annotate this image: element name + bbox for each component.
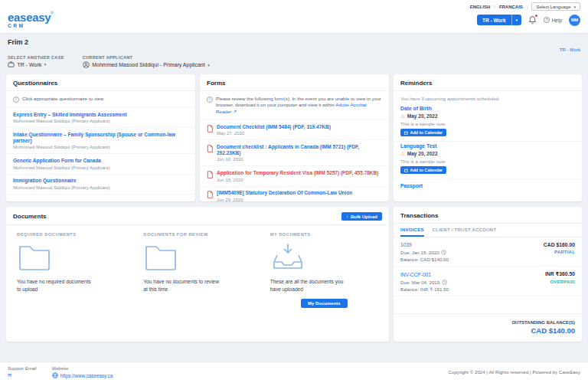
- reminder-title-link[interactable]: Language Test: [400, 143, 436, 149]
- invoice-row: 1039 CAD $160.00 Due: Jan 15, 2020 PARTI…: [394, 237, 582, 267]
- questionnaire-title: Intake Questionnaire – Family Sponsorshi…: [13, 132, 188, 144]
- reminder-title-link[interactable]: Passport: [400, 183, 423, 188]
- reminder-item: Language Test ⚠ May 20, 2022 This is a s…: [394, 142, 582, 179]
- logo[interactable]: easeasy® CRM: [8, 11, 54, 29]
- form-item[interactable]: Document checklist : Applicants in Canad…: [200, 140, 389, 166]
- page-footer: Support Email ✉ Website https://www.case…: [0, 362, 588, 383]
- case-select-label: SELECT ANOTHER CASE: [8, 55, 64, 60]
- language-english-link[interactable]: ENGLISH: [470, 5, 491, 9]
- select-language-dropdown[interactable]: Select Language ▾: [531, 2, 580, 11]
- case-quick-switch-button[interactable]: TR - Work ▾: [477, 15, 521, 25]
- website-block: Website https://www.caseeasy.ca: [52, 366, 113, 379]
- email-icon: ✉: [8, 372, 11, 378]
- chevron-down-icon: ▾: [44, 62, 47, 67]
- website-link[interactable]: https://www.caseeasy.ca: [52, 372, 113, 378]
- form-title: Document checklist : Applicants in Canad…: [217, 144, 382, 156]
- avatar[interactable]: MM: [569, 15, 580, 26]
- invoice-due-row: Due: Mar 04, 2019: [400, 280, 447, 285]
- calendar-icon: [404, 131, 408, 135]
- header-actions: TR - Work ▾ ? Help MM: [477, 15, 580, 26]
- add-to-calendar-button[interactable]: Add to Calendar: [400, 166, 446, 174]
- folder-icon: [143, 242, 251, 272]
- add-to-calendar-button[interactable]: Add to Calendar: [400, 129, 446, 136]
- invoice-number-link[interactable]: 1039: [400, 242, 412, 247]
- applicant-select: CURRENT APPLICANT Mohmmed Masood Siddiqu…: [83, 55, 210, 69]
- app-header: ENGLISH | FRANÇAIS | Select Language ▾ e…: [0, 0, 588, 33]
- tab-invoices[interactable]: INVOICES: [400, 224, 424, 237]
- my-documents-button[interactable]: My Documents: [301, 299, 348, 308]
- reminder-title-link[interactable]: Date of Birth: [400, 106, 432, 111]
- inbox-tray-icon: [270, 242, 378, 272]
- outstanding-balance-section: OUTSTANDING BALANCE(S) CAD $140.00: [394, 313, 582, 342]
- applicant-select-label: CURRENT APPLICANT: [83, 55, 210, 60]
- reminder-note: This is a sample note: [400, 159, 575, 164]
- questionnaires-info-text: Click appropriate questionnaire to view: [22, 96, 103, 103]
- logo-crm-label: CRM: [8, 24, 54, 29]
- clock-icon: [441, 250, 446, 255]
- applicant-select-dropdown[interactable]: Mohmmed Masood Siddiqui - Primary Applic…: [83, 61, 210, 68]
- forms-panel: Forms i Please review the following form…: [200, 74, 389, 201]
- questionnaires-panel: Questionnaires i Click appropriate quest…: [6, 74, 195, 201]
- reminder-date-row: ⚠ May 20, 2022: [400, 113, 575, 119]
- support-email-block: Support Email ✉: [8, 366, 37, 379]
- forms-info-text: Please review the following form(s). In …: [216, 96, 382, 115]
- questionnaire-title: Express Entry – Skilled Immigrants Asses…: [13, 112, 188, 118]
- separator: |: [527, 5, 528, 9]
- form-item[interactable]: [IMM5409E] Statutory Declaration Of Comm…: [200, 187, 389, 201]
- invoice-status-badge: OVERPAID: [550, 280, 576, 285]
- form-title: Document Checklist (IMM 5484) (PDF, 319.…: [217, 124, 331, 130]
- page-head: Frim 2 TR - Work: [0, 33, 588, 52]
- questionnaire-applicant: Mohmmed Masood Siddiqui (Primary Applica…: [13, 185, 188, 190]
- outstanding-balance-label: OUTSTANDING BALANCE(S): [400, 320, 575, 325]
- globe-icon: [52, 372, 58, 378]
- invoice-balance: Balance: CAD $140.00: [400, 257, 575, 262]
- add-to-calendar-label: Add to Calendar: [410, 168, 443, 172]
- invoice-balance: Balance: INR ₹-191.50: [400, 286, 575, 292]
- questionnaire-item[interactable]: Express Entry – Skilled Immigrants Asses…: [6, 108, 195, 128]
- form-item[interactable]: Application for Temporary Resident Visa …: [200, 166, 389, 186]
- pdf-file-icon: [207, 191, 213, 201]
- chevron-down-icon: ▾: [512, 15, 522, 25]
- bulk-upload-button[interactable]: ↑ Bulk Upload: [341, 212, 382, 221]
- page-title: Frim 2: [8, 38, 580, 46]
- documents-title: Documents: [13, 213, 47, 220]
- tab-client-trust-account[interactable]: CLIENT / TRUST ACCOUNT: [433, 224, 497, 237]
- my-documents-header: MY DOCUMENTS: [270, 232, 378, 237]
- documents-for-review-text: You have no documents to review at this …: [143, 278, 220, 293]
- documents-for-review-header: DOCUMENTS FOR REVIEW: [143, 232, 251, 237]
- transactions-tabs: INVOICES CLIENT / TRUST ACCOUNT: [394, 224, 582, 237]
- website-label: Website: [52, 366, 113, 371]
- info-icon: i: [207, 97, 213, 103]
- invoice-due-date: Due: Mar 04, 2019: [400, 280, 439, 285]
- form-date: Jun 29, 2020: [217, 198, 352, 201]
- language-francais-link[interactable]: FRANÇAIS: [499, 5, 523, 9]
- chevron-down-icon: ▾: [207, 63, 210, 67]
- case-select-row: SELECT ANOTHER CASE TR - Work ▾ CURRENT …: [0, 52, 588, 70]
- registered-mark: ®: [51, 11, 54, 15]
- notifications-bell-icon[interactable]: [528, 15, 537, 25]
- reminder-date: May 20, 2022: [407, 151, 438, 156]
- questionnaire-item[interactable]: Generic Application Form for Canada Mohm…: [6, 154, 195, 174]
- form-item[interactable]: Document Checklist (IMM 5484) (PDF, 319.…: [200, 120, 389, 140]
- add-to-calendar-label: Add to Calendar: [410, 130, 443, 135]
- form-date: May 27, 2020: [217, 131, 331, 136]
- person-icon: [83, 61, 90, 68]
- my-documents-text: These are all the documents you have upl…: [270, 278, 347, 293]
- support-email-link[interactable]: ✉: [8, 372, 37, 378]
- case-select: SELECT ANOTHER CASE TR - Work ▾: [8, 55, 64, 68]
- documents-panel: Documents ↑ Bulk Upload REQUIRED DOCUMEN…: [6, 207, 389, 342]
- required-documents-text: You have no required documents to upload: [17, 278, 93, 293]
- invoice-amount: CAD $160.00: [544, 242, 575, 247]
- reminders-subtitle: You have 3 upcoming appointments schedul…: [394, 91, 582, 104]
- form-title: Application for Temporary Resident Visa …: [217, 170, 378, 176]
- transactions-panel: Transactions INVOICES CLIENT / TRUST ACC…: [394, 207, 582, 342]
- breadcrumb-case-link[interactable]: TR - Work: [560, 47, 580, 52]
- form-title: [IMM5409E] Statutory Declaration Of Comm…: [217, 190, 352, 196]
- folder-icon: [17, 242, 125, 272]
- forms-title: Forms: [207, 80, 225, 87]
- questionnaire-item[interactable]: Immigration Questionnaire Mohmmed Masood…: [6, 175, 195, 195]
- invoice-number-link[interactable]: INV-CCP-001: [400, 272, 431, 277]
- case-select-dropdown[interactable]: TR - Work ▾: [8, 61, 64, 67]
- help-button[interactable]: ? Help: [544, 17, 562, 23]
- questionnaire-item[interactable]: Intake Questionnaire – Family Sponsorshi…: [6, 128, 195, 154]
